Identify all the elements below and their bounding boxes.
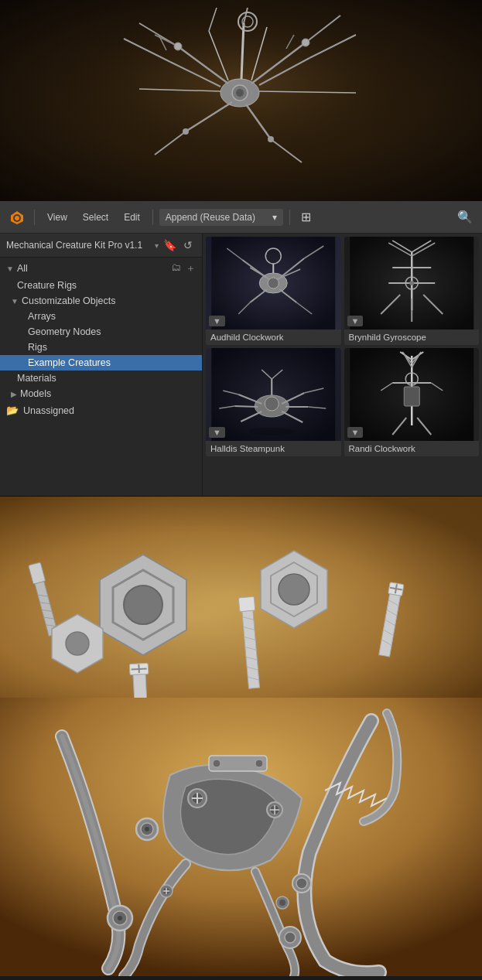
asset-card-audhild[interactable]: ▼ Audhild Clockwork bbox=[206, 237, 341, 345]
sidebar: Mechanical Creature Kit Pro v1.1 ▾ 🔖 ↺ ▼… bbox=[0, 234, 203, 496]
tree-item-customizable-objects[interactable]: ▼ Customizable Objects bbox=[0, 293, 202, 309]
svg-point-121 bbox=[279, 574, 309, 605]
tree-item-materials[interactable]: Materials bbox=[0, 370, 202, 386]
bookmark-badge-audhild: ▼ bbox=[209, 316, 225, 326]
tree-nav: ▼ All 🗂 ＋ Creature Rigs ▼ Customizable O… bbox=[0, 258, 202, 421]
svg-point-160 bbox=[118, 916, 122, 920]
asset-thumb-randi: ▼ bbox=[344, 348, 480, 441]
svg-line-133 bbox=[132, 668, 147, 669]
svg-point-148 bbox=[296, 878, 307, 889]
svg-point-150 bbox=[213, 760, 220, 767]
svg-line-68 bbox=[234, 406, 258, 407]
tree-item-geometry-nodes[interactable]: Geometry Nodes bbox=[0, 324, 202, 340]
svg-point-21 bbox=[302, 39, 309, 46]
creature-rigs-label: Creature Rigs bbox=[17, 280, 77, 291]
view-button[interactable]: View bbox=[41, 210, 73, 225]
svg-point-162 bbox=[285, 932, 296, 943]
svg-point-20 bbox=[174, 43, 182, 50]
svg-point-157 bbox=[279, 900, 285, 906]
hero-image-top bbox=[0, 0, 482, 201]
library-selector[interactable]: Mechanical Creature Kit Pro v1.1 ▾ 🔖 ↺ bbox=[0, 234, 202, 258]
unassigned-label: Unassigned bbox=[23, 405, 74, 416]
tree-item-unassigned[interactable]: 📂 Unassigned bbox=[0, 401, 202, 419]
geometry-nodes-label: Geometry Nodes bbox=[28, 326, 101, 337]
svg-point-22 bbox=[183, 128, 189, 135]
hero-image-bot bbox=[0, 698, 482, 976]
asset-card-randi[interactable]: ▼ Randi Clockwork bbox=[344, 348, 480, 456]
svg-point-80 bbox=[248, 428, 295, 435]
asset-thumb-audhild: ▼ bbox=[206, 237, 341, 330]
tree-item-models[interactable]: ▶ Models bbox=[0, 386, 202, 401]
asset-grid: ▼ Audhild Clockwork bbox=[206, 237, 479, 456]
tree-item-creature-rigs[interactable]: Creature Rigs bbox=[0, 278, 202, 293]
divider3 bbox=[289, 210, 290, 225]
svg-point-100 bbox=[124, 586, 162, 624]
blender-logo-icon[interactable] bbox=[6, 207, 28, 228]
tree-item-rigs[interactable]: Rigs bbox=[0, 340, 202, 355]
asset-name-halldis: Halldis Steampunk bbox=[206, 441, 341, 456]
svg-point-27 bbox=[236, 89, 244, 97]
all-label: All bbox=[17, 263, 28, 274]
svg-point-109 bbox=[66, 632, 89, 655]
materials-label: Materials bbox=[17, 373, 56, 384]
hero-image-mid bbox=[0, 497, 482, 698]
arrays-label: Arrays bbox=[28, 311, 56, 322]
dropdown-arrow-icon: ▾ bbox=[272, 212, 277, 223]
asset-panel: Mechanical Creature Kit Pro v1.1 ▾ 🔖 ↺ ▼… bbox=[0, 234, 482, 497]
select-button[interactable]: Select bbox=[77, 210, 115, 225]
svg-point-23 bbox=[268, 136, 274, 142]
asset-card-halldis[interactable]: ▼ Halldis Steampunk bbox=[206, 348, 341, 456]
example-creatures-label: Example Creatures bbox=[28, 357, 111, 368]
svg-point-63 bbox=[409, 281, 414, 285]
asset-grid-container[interactable]: ▼ Audhild Clockwork bbox=[203, 234, 482, 496]
divider2 bbox=[152, 210, 153, 225]
asset-thumb-brynhild: ▼ bbox=[344, 237, 480, 330]
svg-point-48 bbox=[268, 278, 279, 289]
bookmark-badge-halldis: ▼ bbox=[209, 427, 225, 438]
svg-rect-92 bbox=[404, 387, 419, 406]
asset-thumb-halldis: ▼ bbox=[206, 348, 341, 441]
svg-point-76 bbox=[265, 397, 279, 411]
toolbar: View Select Edit Append (Reuse Data) ▾ ⊞… bbox=[0, 201, 482, 234]
bookmark-badge-brynhild: ▼ bbox=[347, 316, 364, 326]
svg-point-146 bbox=[145, 827, 149, 831]
rigs-label: Rigs bbox=[28, 342, 47, 353]
append-dropdown[interactable]: Append (Reuse Data) ▾ bbox=[159, 209, 283, 226]
grid-view-icon[interactable]: ⊞ bbox=[296, 207, 316, 227]
tree-item-all[interactable]: ▼ All 🗂 ＋ bbox=[0, 259, 202, 278]
asset-card-brynhild[interactable]: ▼ Brynhild Gyroscope bbox=[344, 237, 480, 345]
asset-name-randi: Randi Clockwork bbox=[344, 441, 480, 456]
search-icon[interactable]: 🔍 bbox=[454, 207, 476, 228]
tree-item-arrays[interactable]: Arrays bbox=[0, 309, 202, 324]
bookmark-badge-randi: ▼ bbox=[347, 427, 364, 438]
svg-rect-110 bbox=[238, 596, 255, 612]
library-name: Mechanical Creature Kit Pro v1.1 bbox=[6, 240, 152, 251]
bookmark-icon: 🔖 bbox=[162, 237, 177, 253]
svg-point-35 bbox=[15, 216, 19, 220]
models-label: Models bbox=[20, 388, 51, 399]
add-catalog-icon[interactable]: ＋ bbox=[186, 261, 196, 275]
create-catalog-icon[interactable]: 🗂 bbox=[171, 261, 181, 275]
edit-button[interactable]: Edit bbox=[118, 210, 146, 225]
tree-item-example-creatures[interactable]: Example Creatures bbox=[0, 355, 202, 370]
svg-rect-64 bbox=[211, 348, 335, 441]
append-label: Append (Reuse Data) bbox=[166, 212, 255, 223]
svg-point-151 bbox=[255, 760, 263, 767]
asset-name-brynhild: Brynhild Gyroscope bbox=[344, 330, 480, 345]
asset-name-audhild: Audhild Clockwork bbox=[206, 330, 341, 345]
refresh-icon[interactable]: ↺ bbox=[180, 237, 196, 253]
library-dropdown-arrow-icon: ▾ bbox=[155, 241, 159, 250]
folder-icon: 📂 bbox=[6, 405, 19, 416]
customizable-objects-label: Customizable Objects bbox=[22, 295, 116, 306]
divider bbox=[34, 210, 35, 225]
